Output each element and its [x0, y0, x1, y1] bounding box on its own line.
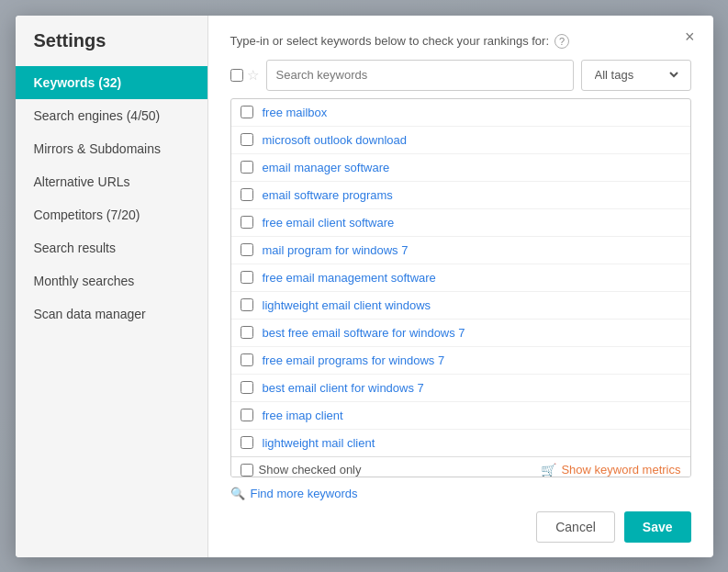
keyword-text-9[interactable]: free email programs for windows 7 — [263, 353, 445, 367]
settings-modal: Settings Keywords (32)Search engines (4/… — [16, 16, 713, 557]
keyword-text-2[interactable]: email manager software — [263, 161, 390, 174]
keyword-row-4: free email client software — [231, 209, 690, 237]
keyword-checkbox-3[interactable] — [241, 188, 253, 201]
keyword-text-10[interactable]: best email client for windows 7 — [263, 381, 424, 395]
keyword-text-3[interactable]: email software programs — [263, 188, 393, 202]
keyword-checkbox-6[interactable] — [241, 271, 253, 284]
footer-buttons: Cancel Save — [230, 511, 691, 543]
keyword-text-8[interactable]: best free email software for windows 7 — [263, 326, 465, 340]
keyword-checkbox-5[interactable] — [241, 243, 253, 256]
instruction-row: Type-in or select keywords below to chec… — [230, 34, 691, 49]
keyword-checkbox-1[interactable] — [241, 133, 253, 146]
close-button[interactable]: × — [679, 27, 700, 47]
select-all-checkbox[interactable] — [230, 69, 243, 82]
keyword-text-5[interactable]: mail program for windows 7 — [263, 243, 409, 257]
keyword-row-11: free imap client — [231, 402, 690, 430]
keyword-checkbox-4[interactable] — [241, 216, 253, 229]
keyword-row-12: lightweight mail client — [231, 430, 690, 456]
keyword-checkbox-9[interactable] — [241, 353, 253, 366]
help-icon[interactable]: ? — [554, 34, 569, 49]
search-filter-row: ☆ All tagsTag 1Tag 2 — [230, 60, 691, 91]
keyword-row-9: free email programs for windows 7 — [231, 347, 690, 375]
keyword-row-0: free mailbox — [231, 99, 690, 127]
keyword-checkbox-0[interactable] — [241, 106, 253, 118]
sidebar: Settings Keywords (32)Search engines (4/… — [16, 16, 208, 557]
keyword-row-6: free email management software — [231, 264, 690, 292]
keyword-row-5: mail program for windows 7 — [231, 237, 690, 264]
keyword-checkbox-7[interactable] — [241, 298, 253, 311]
cancel-button[interactable]: Cancel — [536, 511, 615, 543]
keyword-row-10: best email client for windows 7 — [231, 375, 690, 402]
keyword-text-0[interactable]: free mailbox — [263, 106, 328, 119]
sidebar-item-4[interactable]: Competitors (7/20) — [16, 198, 207, 231]
instruction-text: Type-in or select keywords below to chec… — [230, 34, 550, 48]
sidebar-item-0[interactable]: Keywords (32) — [16, 66, 207, 99]
sidebar-item-5[interactable]: Search results — [16, 231, 207, 264]
sidebar-title: Settings — [16, 30, 207, 66]
sidebar-item-6[interactable]: Monthly searches — [16, 264, 207, 297]
metrics-icon: 🛒 — [541, 463, 556, 477]
keyword-checkbox-8[interactable] — [241, 326, 253, 339]
keyword-text-12[interactable]: lightweight mail client — [263, 436, 375, 450]
keyword-text-1[interactable]: microsoft outlook download — [263, 133, 408, 147]
show-keyword-metrics-button[interactable]: 🛒 Show keyword metrics — [541, 463, 680, 477]
star-filter-icon[interactable]: ☆ — [247, 67, 259, 84]
tags-dropdown[interactable]: All tagsTag 1Tag 2 — [581, 60, 691, 91]
keyword-checkbox-12[interactable] — [241, 436, 253, 449]
keyword-text-7[interactable]: lightweight email client windows — [263, 298, 431, 312]
keywords-list-container: free mailboxmicrosoft outlook downloadem… — [230, 98, 691, 477]
keyword-row-3: email software programs — [231, 182, 690, 209]
keyword-text-11[interactable]: free imap client — [263, 409, 343, 422]
keyword-row-1: microsoft outlook download — [231, 127, 690, 154]
keyword-text-4[interactable]: free email client software — [263, 216, 395, 230]
checkbox-star-group: ☆ — [230, 67, 259, 84]
keyword-checkbox-10[interactable] — [241, 381, 253, 394]
save-button[interactable]: Save — [624, 511, 691, 543]
keyword-checkbox-11[interactable] — [241, 409, 253, 421]
main-content: × Type-in or select keywords below to ch… — [208, 16, 713, 557]
keyword-row-8: best free email software for windows 7 — [231, 320, 690, 347]
search-input[interactable] — [266, 60, 574, 91]
show-checked-label[interactable]: Show checked only — [241, 463, 362, 477]
sidebar-item-3[interactable]: Alternative URLs — [16, 165, 207, 198]
sidebar-item-1[interactable]: Search engines (4/50) — [16, 99, 207, 132]
keyword-row-2: email manager software — [231, 154, 690, 182]
sidebar-item-7[interactable]: Scan data manager — [16, 297, 207, 331]
tags-select[interactable]: All tagsTag 1Tag 2 — [591, 67, 681, 83]
keyword-checkbox-2[interactable] — [241, 161, 253, 174]
bottom-row: Show checked only 🛒 Show keyword metrics — [231, 456, 690, 477]
search-more-icon: 🔍 — [230, 487, 245, 500]
show-checked-checkbox[interactable] — [241, 464, 253, 477]
find-more-keywords-link[interactable]: 🔍 Find more keywords — [230, 487, 691, 500]
keywords-list: free mailboxmicrosoft outlook downloadem… — [231, 99, 690, 456]
sidebar-item-2[interactable]: Mirrors & Subdomains — [16, 132, 207, 165]
keyword-text-6[interactable]: free email management software — [263, 271, 436, 285]
keyword-row-7: lightweight email client windows — [231, 292, 690, 320]
